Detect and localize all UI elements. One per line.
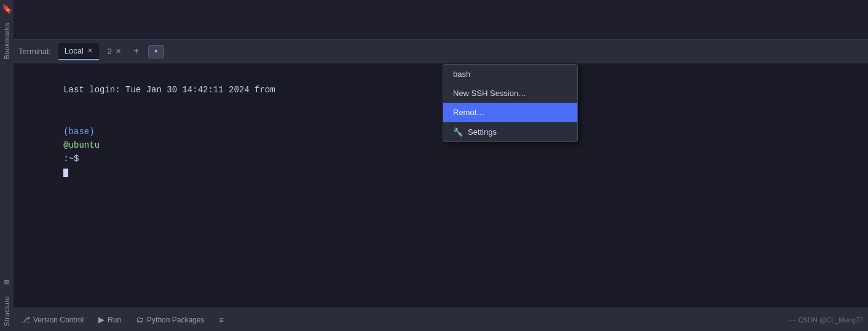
- terminal-prompt-base: (base): [63, 127, 94, 137]
- sidebar-item-structure[interactable]: Structure: [3, 291, 10, 331]
- tab-local[interactable]: Local ✕: [58, 43, 99, 60]
- python-packages-icon: 🗂: [136, 315, 144, 324]
- tab-2-name: 2: [108, 47, 112, 56]
- grid-icon[interactable]: ⊞: [4, 273, 9, 291]
- sidebar-item-bookmarks[interactable]: Bookmarks: [3, 18, 10, 65]
- terminal-content[interactable]: Last login: Tue Jan 30 14:42:11 2024 fro…: [14, 63, 868, 308]
- chevron-down-icon: ▾: [154, 47, 158, 56]
- run-icon: ▶: [98, 315, 105, 324]
- python-packages-label: Python Packages: [147, 316, 204, 324]
- main-content: Terminal: Local ✕ 2 ✕ + ▾ Last login: Tu…: [14, 0, 868, 331]
- terminal-label: Terminal:: [18, 47, 56, 56]
- status-right-credit: — CSDN @CL_Meng77: [790, 316, 863, 324]
- tab-2[interactable]: 2 ✕: [101, 43, 127, 60]
- version-control-label: Version Control: [33, 316, 84, 324]
- run-label: Run: [108, 316, 121, 324]
- dropdown-item-remote[interactable]: Remot…: [443, 103, 577, 122]
- terminal-line-prompt: (base) @ubuntu :~$: [22, 111, 859, 193]
- tab-add-button[interactable]: +: [130, 46, 143, 57]
- run-button[interactable]: ▶ Run: [96, 314, 124, 325]
- tab-local-name: Local: [65, 46, 84, 55]
- tab-2-close[interactable]: ✕: [116, 48, 121, 55]
- top-bar: [14, 0, 868, 40]
- dropdown-item-bash[interactable]: bash: [443, 65, 577, 84]
- terminal-prompt-user: @ubuntu: [63, 140, 100, 150]
- status-bar: ⎇ Version Control ▶ Run 🗂 Python Package…: [14, 308, 868, 331]
- terminal-dropdown-menu: bash New SSH Session… Remot… 🔧 Settings: [443, 64, 578, 142]
- dropdown-settings-item[interactable]: 🔧 Settings: [443, 122, 577, 142]
- left-sidebar: 🔖 Bookmarks ⊞ Structure: [0, 0, 14, 331]
- list-button[interactable]: ≡: [216, 314, 226, 325]
- settings-label: Settings: [468, 127, 497, 137]
- dropdown-item-new-ssh[interactable]: New SSH Session…: [443, 84, 577, 103]
- list-icon: ≡: [219, 316, 223, 324]
- version-control-button[interactable]: ⎇ Version Control: [18, 314, 86, 325]
- wrench-icon: 🔧: [453, 127, 463, 137]
- terminal-dropdown-button[interactable]: ▾: [148, 45, 164, 58]
- terminal-panel: Terminal: Local ✕ 2 ✕ + ▾ Last login: Tu…: [14, 40, 868, 331]
- terminal-tab-bar: Terminal: Local ✕ 2 ✕ + ▾: [14, 40, 868, 63]
- bookmark-icon[interactable]: 🔖: [2, 0, 12, 18]
- version-control-icon: ⎇: [21, 315, 30, 324]
- terminal-cursor: [63, 169, 68, 177]
- tab-local-close[interactable]: ✕: [87, 47, 93, 54]
- terminal-prompt-symbol: :~$: [63, 154, 79, 164]
- python-packages-button[interactable]: 🗂 Python Packages: [133, 314, 207, 325]
- terminal-line-login: Last login: Tue Jan 30 14:42:11 2024 fro…: [22, 70, 859, 111]
